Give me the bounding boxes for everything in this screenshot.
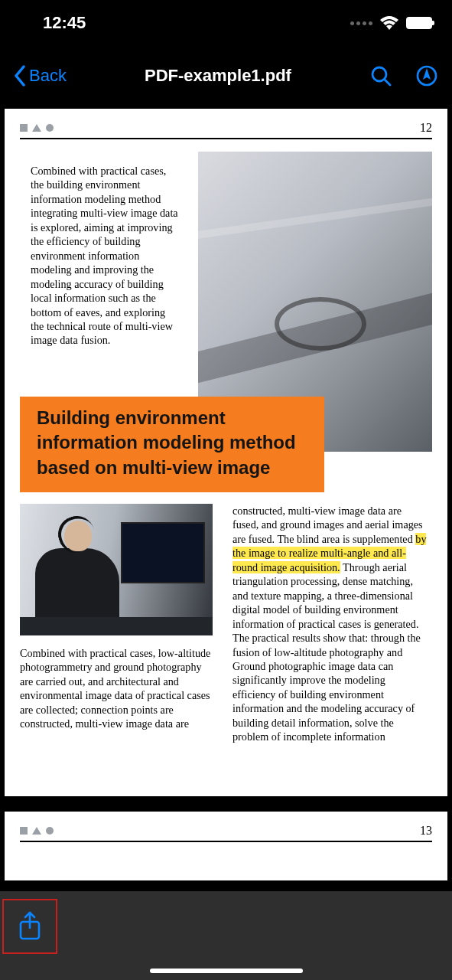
pdf-page-13: 13 [5,812,447,880]
chevron-left-icon [14,65,26,87]
wifi-icon [380,16,398,30]
logo-shapes-icon [20,124,54,132]
pdf-page-12: 12 Combined with practical cases, the bu… [5,109,447,796]
intro-paragraph: Combined with practical cases, the build… [31,164,180,348]
annotate-icon[interactable] [415,64,438,87]
back-label: Back [29,66,67,86]
bottom-toolbar [0,891,452,980]
status-time: 12:45 [43,13,86,33]
share-icon [18,911,42,942]
battery-icon [406,17,432,29]
workstation-image [20,504,213,635]
page-header: 13 [20,824,432,842]
left-column-text: Combined with practical cases, low-altit… [20,646,217,731]
nav-bar: Back PDF-example1.pdf [0,46,452,106]
status-bar: 12:45 [0,0,452,46]
right-column-text: constructed, multi-view image data are f… [233,504,430,744]
document-viewport[interactable]: 12 Combined with practical cases, the bu… [0,106,452,980]
search-icon[interactable] [369,64,392,87]
page-number: 12 [420,121,432,135]
document-title: PDF-example1.pdf [145,66,291,86]
page-header: 12 [20,121,432,139]
home-indicator[interactable] [150,969,303,973]
article-title: Building environment information modelin… [20,397,324,492]
back-button[interactable]: Back [14,65,67,87]
cellular-dots-icon [350,21,372,25]
page-number: 13 [420,824,432,838]
right-text-b: Through aerial triangulation processing,… [233,561,421,743]
logo-shapes-icon [20,827,54,835]
right-text-a: constructed, multi-view image data are f… [233,505,423,545]
status-right [350,16,432,30]
svg-line-1 [385,80,390,85]
share-button[interactable] [2,899,57,954]
